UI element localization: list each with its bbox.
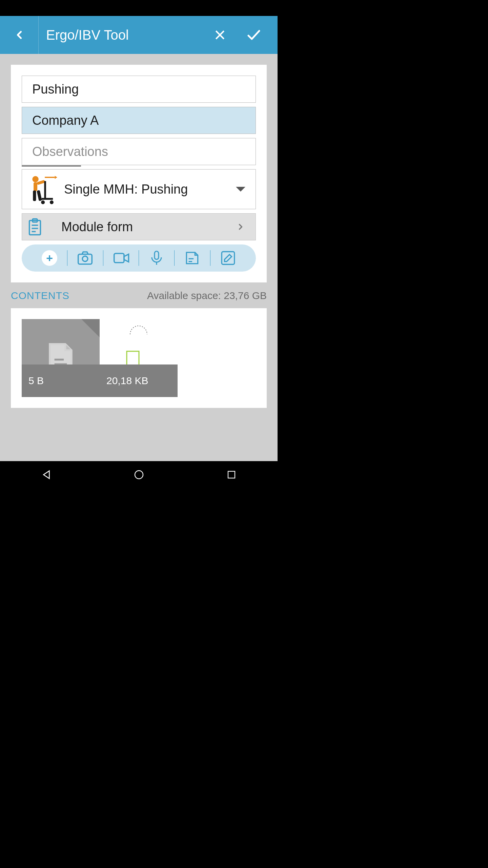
svg-point-31: [135, 471, 143, 479]
app-bar: Ergo/IBV Tool: [0, 16, 278, 54]
svg-rect-26: [222, 252, 235, 264]
loading-spinner-icon: [128, 322, 149, 337]
svg-point-12: [50, 200, 54, 204]
add-attachment-button[interactable]: +: [32, 250, 67, 266]
square-recent-icon: [226, 470, 237, 480]
triangle-back-icon: [41, 469, 52, 480]
plus-icon: +: [42, 250, 57, 266]
clipboard-icon: [25, 217, 44, 236]
pencil-icon: [220, 250, 237, 267]
chevron-left-icon: [13, 28, 26, 41]
confirm-button[interactable]: [237, 16, 271, 54]
svg-rect-10: [42, 198, 53, 200]
audio-button[interactable]: [139, 250, 174, 266]
text-cursor-underline: [22, 165, 81, 166]
chevron-right-icon: [236, 222, 245, 232]
task-name-value: Pushing: [32, 82, 79, 97]
svg-rect-20: [114, 254, 124, 263]
attachment-toolbar: +: [22, 244, 256, 272]
observations-field[interactable]: Observations: [22, 138, 256, 165]
android-status-bar: [0, 0, 278, 16]
method-label: Single MMH: Pushing: [64, 182, 230, 197]
svg-point-2: [32, 176, 38, 182]
content-item[interactable]: 20,18 KB: [100, 319, 178, 397]
android-home-button[interactable]: [122, 466, 156, 483]
contents-heading: CONTENTS: [11, 290, 69, 301]
svg-rect-3: [34, 182, 37, 191]
back-button[interactable]: [0, 16, 39, 54]
available-space-label: Available space: 23,76 GB: [147, 290, 267, 301]
contents-header-row: CONTENTS Available space: 23,76 GB: [11, 282, 267, 308]
svg-rect-5: [37, 190, 42, 201]
camera-icon: [76, 249, 94, 267]
page-title: Ergo/IBV Tool: [39, 27, 203, 43]
svg-rect-9: [44, 181, 46, 199]
note-button[interactable]: [175, 250, 210, 267]
close-icon: [213, 28, 227, 42]
check-icon: [246, 27, 262, 43]
cancel-button[interactable]: [203, 16, 237, 54]
svg-marker-8: [55, 176, 57, 179]
svg-point-11: [41, 200, 45, 204]
dog-ear-icon: [81, 319, 100, 337]
svg-rect-4: [33, 191, 36, 201]
android-recent-button[interactable]: [215, 466, 248, 483]
content-item[interactable]: 5 B: [22, 319, 100, 397]
method-selector[interactable]: Single MMH: Pushing: [22, 169, 256, 209]
company-field[interactable]: Company A: [22, 107, 256, 134]
task-name-field[interactable]: Pushing: [22, 76, 256, 103]
file-size-label: 5 B: [22, 364, 100, 397]
svg-rect-22: [155, 251, 159, 259]
file-size-label: 20,18 KB: [100, 364, 178, 397]
svg-point-19: [83, 256, 88, 261]
content-area: Pushing Company A Observations: [0, 54, 278, 461]
module-form-label: Module form: [44, 220, 236, 234]
microphone-icon: [148, 250, 165, 266]
video-button[interactable]: [103, 249, 139, 267]
document-icon: [184, 250, 201, 267]
company-value: Company A: [32, 113, 99, 128]
svg-rect-32: [228, 471, 235, 478]
svg-marker-21: [124, 254, 129, 262]
sketch-button[interactable]: [210, 250, 246, 267]
form-card: Pushing Company A Observations: [11, 65, 267, 282]
circle-home-icon: [134, 469, 144, 480]
video-icon: [112, 249, 130, 267]
android-navigation-bar: [0, 461, 278, 488]
chevron-down-icon: [236, 187, 245, 192]
photo-button[interactable]: [67, 249, 103, 267]
observations-placeholder: Observations: [32, 144, 108, 159]
method-pushing-icon: [25, 173, 58, 205]
android-back-button[interactable]: [29, 466, 63, 483]
module-form-row[interactable]: Module form: [22, 213, 256, 240]
contents-grid: 5 B 20,18 KB: [11, 308, 267, 408]
